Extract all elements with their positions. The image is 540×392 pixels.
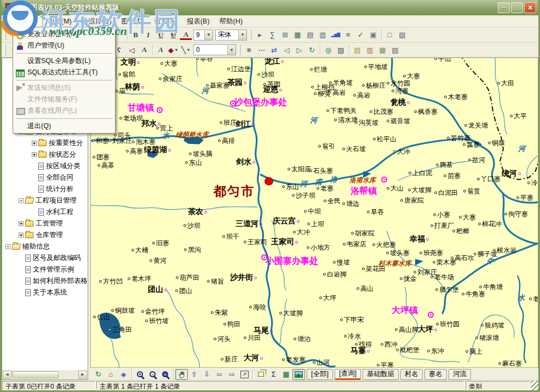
report-view-icon[interactable]: ▥ — [317, 29, 329, 41]
underline-icon[interactable]: U — [154, 29, 167, 41]
collapse-icon[interactable]: - — [5, 244, 10, 249]
layer-front-icon[interactable]: ▤ — [351, 44, 364, 56]
tree-item-5[interactable]: 统计分析 — [2, 183, 88, 195]
tree-item-14[interactable]: 关于本系统 — [2, 287, 88, 298]
table-total-icon[interactable]: ≡ — [342, 29, 354, 41]
refresh-shape-icon[interactable]: ↻ — [306, 44, 318, 56]
draw-polygon-icon[interactable]: ◁ — [125, 44, 138, 56]
chart-view-icon[interactable]: ▂▅▇ — [329, 29, 342, 41]
resize-grip[interactable] — [531, 381, 538, 390]
move-down-icon[interactable]: ⇩ — [200, 369, 213, 380]
scroll-right-icon[interactable]: ▶ — [78, 371, 87, 379]
bold-icon[interactable]: B — [129, 29, 142, 41]
move-up-icon[interactable]: ⇧ — [188, 369, 200, 380]
swap-arrows-icon[interactable]: ⇄ — [268, 44, 280, 56]
expand-icon[interactable]: + — [19, 233, 24, 238]
menubar-item-6[interactable]: 帮助(H) — [215, 15, 248, 27]
menubar-item-1[interactable]: 地图(M) — [43, 15, 77, 27]
menu-item-1[interactable]: 用户管理(U) — [14, 40, 114, 51]
menubar-item-3[interactable]: 图元(P) — [117, 15, 150, 27]
line-width-combo[interactable]: 0▼ — [193, 44, 236, 55]
layer-down-icon[interactable]: ▧ — [389, 44, 401, 56]
form-exit-icon[interactable]: ⊠ — [279, 29, 291, 41]
tree-item-2[interactable]: +按状态分 — [2, 149, 88, 160]
tree-item-9[interactable]: +仓库管理 — [2, 229, 88, 241]
scroll-thumb[interactable] — [13, 371, 59, 378]
chevron-down-icon[interactable]: ▼ — [227, 45, 235, 55]
extent-icon[interactable]: ↗ — [238, 369, 251, 380]
link-globe-icon[interactable]: ◎ — [322, 44, 335, 56]
fill-pattern-icon[interactable]: ▨ — [335, 44, 347, 56]
font-size-combo[interactable]: 9▼ — [193, 30, 213, 41]
minimize-button[interactable]: ─ — [498, 2, 510, 13]
spell-check-icon[interactable]: ✓ — [354, 29, 367, 41]
filter-button-0[interactable]: [全部] — [307, 369, 333, 380]
menu-item-4[interactable]: SQL表达式统计工具(T) — [14, 67, 114, 78]
sql-grid-icon[interactable]: ▦ — [280, 369, 292, 380]
font-name-combo[interactable]: 宋体▼ — [215, 30, 247, 41]
fill-color-icon[interactable]: ◆▼ — [167, 44, 180, 56]
refresh-data-icon[interactable]: ↻ — [92, 369, 105, 380]
grid-close-icon[interactable]: ▨ — [396, 29, 409, 41]
line-dash-icon[interactable]: ⋯ — [255, 44, 268, 56]
toolbar-grip[interactable] — [4, 44, 6, 55]
node-edit-icon[interactable]: ◁ — [280, 44, 293, 56]
collapse-icon[interactable]: - — [19, 198, 24, 203]
pan-hand-icon[interactable] — [175, 369, 188, 380]
menubar-item-4[interactable]: 设置(S) — [149, 15, 182, 27]
tree-item-3[interactable]: 按区域分类 — [2, 160, 88, 172]
menubar-item-2[interactable]: 数据库(D) — [77, 15, 117, 27]
font-style-icon[interactable]: A — [154, 44, 167, 56]
menubar-item-0[interactable]: 工具(T) — [9, 15, 43, 27]
sum-sigma-icon[interactable]: Σ — [267, 369, 280, 380]
tree-item-11[interactable]: 区号及邮政编码 — [2, 252, 88, 264]
print-preview-icon[interactable]: □ — [383, 29, 396, 41]
filter-button-5[interactable]: 河流 — [449, 369, 471, 380]
table-design-icon[interactable]: ▦ — [291, 29, 304, 41]
window-copy-icon[interactable]: ▣ — [367, 29, 380, 41]
line-style-icon[interactable]: ≡ — [243, 44, 255, 56]
title-bar[interactable]: 万用图表V8.03-天空软件站推荐版 ─ □ ✕ — [2, 0, 538, 15]
menu-item-3[interactable]: 设置SQL全局参数(L) — [14, 55, 114, 67]
form-view-icon[interactable]: ▤ — [304, 29, 317, 41]
tree-item-13[interactable]: 如何利用外部表格 — [2, 275, 88, 287]
filter-button-3[interactable]: 村名 — [400, 369, 423, 380]
tree-item-6[interactable]: -工程项目管理 — [2, 195, 88, 206]
move-right-icon[interactable]: ⇨ — [226, 369, 238, 380]
flip-shape-icon[interactable]: ▷ — [293, 44, 306, 56]
tree-item-10[interactable]: -辅助信息 — [2, 241, 88, 252]
chevron-down-icon[interactable]: ▼ — [238, 30, 246, 40]
maximize-button[interactable]: □ — [511, 2, 523, 13]
tree-item-7[interactable]: 水利工程 — [2, 206, 88, 218]
close-button[interactable]: ✕ — [524, 2, 536, 13]
toolbar-grip[interactable] — [239, 44, 240, 55]
table-sum-icon[interactable]: ∑ — [266, 29, 279, 41]
tree-item-12[interactable]: 文件管理示例 — [2, 264, 88, 275]
cascade-windows-icon[interactable] — [255, 369, 267, 380]
expand-icon[interactable]: + — [19, 221, 24, 226]
expand-icon[interactable]: + — [32, 152, 37, 157]
layer-up-icon[interactable]: ▦ — [376, 44, 389, 56]
layer-back-icon[interactable]: ▥ — [364, 44, 376, 56]
filter-button-1[interactable]: [查询] — [335, 369, 361, 380]
map-view[interactable]: 大寨旱吞江边堡沙坝茶园聂家寨佘家庄翁郎庙上柳挡柳英老场坝营上班庄高排司头和寨刘家… — [90, 57, 538, 368]
toolbar-grip[interactable] — [250, 30, 251, 41]
tree-item-4[interactable]: 全部合同 — [2, 172, 88, 183]
tree-item-1[interactable]: +按重要性分 — [2, 137, 88, 149]
filter-button-4[interactable]: 寨名 — [424, 369, 447, 380]
chevron-down-icon[interactable]: ▼ — [204, 30, 212, 40]
draw-text-icon[interactable]: A — [138, 44, 151, 56]
menu-item-10[interactable]: 退出(Q) — [14, 120, 114, 132]
map-image-icon[interactable] — [292, 369, 305, 380]
tree-item-8[interactable]: +工资管理 — [2, 218, 88, 229]
tree-horizontal-scrollbar[interactable]: ◀ ▶ — [3, 370, 87, 379]
strikethrough-icon[interactable]: U — [167, 29, 180, 41]
toolbar-grip[interactable] — [4, 30, 6, 41]
move-left-icon[interactable]: ⇦ — [213, 369, 226, 380]
font-color-icon[interactable]: A — [180, 30, 192, 40]
zoom-out-icon[interactable]: - — [146, 369, 159, 380]
scroll-left-icon[interactable]: ◀ — [3, 371, 12, 379]
form-run-icon[interactable]: ▸ — [254, 29, 266, 41]
zoom-in-icon[interactable]: + — [134, 369, 146, 380]
italic-icon[interactable]: I — [142, 29, 154, 41]
